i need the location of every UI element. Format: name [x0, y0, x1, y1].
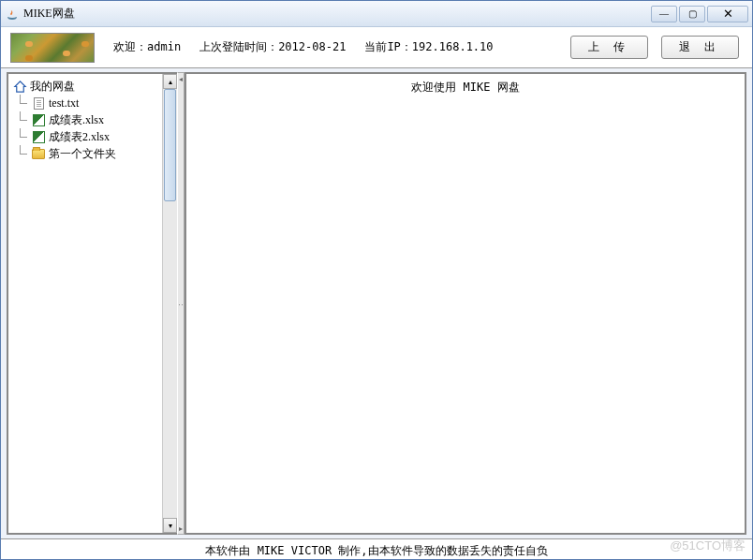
ip-text: 当前IP：192.168.1.10 — [364, 39, 493, 55]
welcome-label: 欢迎： — [113, 40, 147, 53]
welcome-user: admin — [147, 40, 181, 53]
tree-item-label: 第一个文件夹 — [49, 146, 116, 162]
java-icon — [5, 7, 20, 22]
folder-icon — [31, 146, 46, 161]
upload-button[interactable]: 上 传 — [570, 36, 648, 59]
window-controls: — ▢ ✕ — [651, 6, 748, 22]
app-window: MIKE网盘 — ▢ ✕ 欢迎：admin 上次登陆时间：2012-08-21 … — [0, 0, 753, 560]
tree-content: 我的网盘 test.txt 成绩表.xlsx 成绩表2.xlsx — [8, 74, 162, 533]
minimize-button[interactable]: — — [651, 6, 677, 22]
tree-root[interactable]: 我的网盘 — [10, 78, 160, 95]
tree-item-xlsx[interactable]: 成绩表2.xlsx — [10, 128, 160, 145]
xlsx-icon — [31, 129, 46, 144]
scroll-track[interactable] — [163, 89, 177, 518]
maximize-button[interactable]: ▢ — [679, 6, 705, 22]
home-icon — [12, 79, 27, 94]
window-title: MIKE网盘 — [23, 6, 651, 22]
lastlogin-value: 2012-08-21 — [278, 40, 346, 53]
tree-item-xlsx[interactable]: 成绩表.xlsx — [10, 111, 160, 128]
lastlogin-text: 上次登陆时间：2012-08-21 — [199, 39, 346, 55]
tree-item-label: 成绩表.xlsx — [49, 112, 104, 128]
file-icon — [31, 96, 46, 111]
welcome-text: 欢迎：admin — [113, 39, 181, 55]
tree-item-folder[interactable]: 第一个文件夹 — [10, 145, 160, 162]
tree-item-label: test.txt — [49, 96, 79, 111]
tree-panel: 我的网盘 test.txt 成绩表.xlsx 成绩表2.xlsx — [7, 72, 177, 535]
scroll-up-button[interactable]: ▴ — [163, 74, 177, 89]
logout-button[interactable]: 退 出 — [661, 36, 739, 59]
splitter-right-icon[interactable]: ▸ — [178, 523, 184, 534]
lastlogin-label: 上次登陆时间： — [199, 40, 278, 53]
banner-image — [10, 33, 95, 63]
splitter-grip[interactable]: ⋮ — [178, 84, 184, 523]
scroll-thumb[interactable] — [164, 89, 176, 201]
tree-root-label: 我的网盘 — [30, 79, 75, 95]
tree-item-label: 成绩表2.xlsx — [49, 129, 110, 145]
ip-value: 192.168.1.10 — [412, 40, 494, 53]
body-area: 我的网盘 test.txt 成绩表.xlsx 成绩表2.xlsx — [1, 68, 752, 538]
scroll-down-button[interactable]: ▾ — [163, 518, 177, 533]
footer: 本软件由 MIKE VICTOR 制作,由本软件导致的数据丢失的责任自负 — [1, 538, 752, 559]
tree-scrollbar[interactable]: ▴ ▾ — [162, 74, 177, 533]
header-bar: 欢迎：admin 上次登陆时间：2012-08-21 当前IP：192.168.… — [1, 27, 752, 68]
footer-text: 本软件由 MIKE VICTOR 制作,由本软件导致的数据丢失的责任自负 — [205, 544, 547, 557]
close-button[interactable]: ✕ — [707, 6, 748, 22]
xlsx-icon — [31, 112, 46, 127]
welcome-message: 欢迎使用 MIKE 网盘 — [192, 80, 739, 96]
titlebar[interactable]: MIKE网盘 — ▢ ✕ — [1, 1, 752, 27]
splitter[interactable]: ◂ ⋮ ▸ — [177, 72, 185, 535]
ip-label: 当前IP： — [364, 40, 411, 53]
watermark: @51CTO博客 — [670, 538, 746, 554]
content-panel: 欢迎使用 MIKE 网盘 — [185, 72, 746, 535]
splitter-left-icon[interactable]: ◂ — [178, 73, 184, 84]
tree-item-file[interactable]: test.txt — [10, 95, 160, 111]
header-buttons: 上 传 退 出 — [570, 36, 739, 59]
